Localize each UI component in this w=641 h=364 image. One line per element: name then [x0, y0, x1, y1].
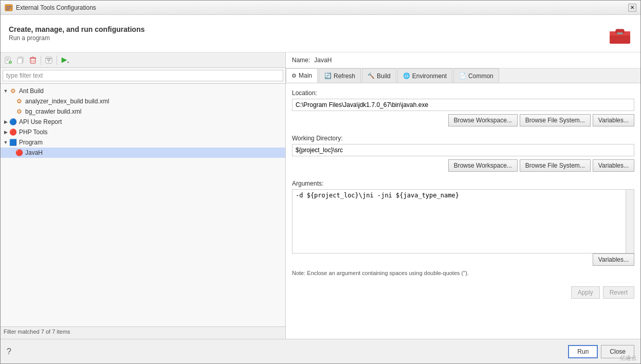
apply-button[interactable]: Apply [571, 286, 600, 299]
working-dir-buttons: Browse Workspace... Browse File System..… [292, 159, 634, 172]
delete-config-button[interactable] [27, 54, 39, 66]
tree-item-javah[interactable]: 🔴 JavaH [1, 148, 285, 158]
ant-build-icon: ⚙ [9, 87, 17, 95]
svg-rect-17 [17, 58, 22, 64]
working-dir-input[interactable] [292, 144, 634, 156]
header-text: Create, manage, and run configurations R… [9, 25, 145, 42]
tree-expand-ant[interactable]: ▼ [3, 88, 9, 94]
tree-item-bg-crawler[interactable]: ⚙ bg_crawler build.xml [1, 106, 285, 117]
tab-common[interactable]: 📄 Common [453, 68, 499, 83]
working-dir-label: Working Directory: [292, 135, 634, 142]
svg-rect-18 [30, 58, 35, 63]
refresh-tab-icon: 🔄 [324, 72, 332, 79]
arguments-scrollbar[interactable] [626, 190, 634, 253]
location-input[interactable] [292, 99, 634, 111]
javah-icon: 🔴 [15, 149, 23, 157]
header-icon [608, 21, 632, 46]
dialog-subtitle: Run a program [9, 34, 145, 42]
tab-env-label: Environment [412, 72, 447, 80]
dialog-header: Create, manage, and run configurations R… [1, 15, 640, 52]
tree-area: ▼ ⚙ Ant Build ⚙ analyzer_index_build bui… [1, 84, 285, 326]
tab-environment[interactable]: 🌐 Environment [397, 68, 452, 83]
tree-expand-javah [9, 150, 15, 156]
analyzer-icon: ⚙ [15, 97, 23, 105]
arguments-textarea[interactable]: -d ${project_loc}\jni -jni ${java_type_n… [292, 190, 634, 251]
browse-workspace-2-button[interactable]: Browse Workspace... [448, 159, 518, 172]
tab-main-label: Main [299, 72, 312, 79]
tree-item-analyzer[interactable]: ⚙ analyzer_index_build build.xml [1, 96, 285, 106]
window-title: External Tools Configurations [16, 4, 628, 11]
browse-filesystem-1-button[interactable]: Browse File System... [520, 114, 591, 126]
revert-button[interactable]: Revert [603, 286, 634, 299]
tab-refresh-label: Refresh [334, 72, 355, 80]
tree-item-program[interactable]: ▼ 🟦 Program [1, 137, 285, 148]
tree-label-javah: JavaH [25, 149, 43, 156]
arguments-section: Arguments: -d ${project_loc}\jni -jni ${… [292, 180, 634, 276]
toolbar [1, 52, 285, 68]
location-label: Location: [292, 89, 634, 97]
browse-filesystem-2-button[interactable]: Browse File System... [520, 159, 591, 172]
main-tab-icon: ⚙ [291, 72, 297, 79]
help-icon[interactable]: ? [7, 347, 11, 356]
variables-2-button[interactable]: Variables... [593, 159, 634, 172]
toolbar-sep-2 [57, 56, 57, 65]
left-panel: ▼ ⚙ Ant Build ⚙ analyzer_index_build bui… [1, 52, 286, 339]
titlebar: External Tools Configurations ✕ [1, 1, 640, 15]
name-row: Name: JavaH [286, 52, 640, 68]
tree-item-ant-build[interactable]: ▼ ⚙ Ant Build [1, 86, 285, 96]
api-icon: 🔵 [9, 118, 17, 126]
filter-status: Filter matched 7 of 7 items [1, 326, 285, 339]
filter-button[interactable] [43, 54, 54, 66]
svg-rect-2 [6, 8, 11, 9]
run-button[interactable]: Run [568, 345, 598, 358]
watermark: 亿速云 [620, 354, 637, 362]
dialog-bottom: ? Run Close [1, 339, 640, 363]
svg-marker-28 [67, 62, 69, 63]
tab-build[interactable]: 🔨 Build [362, 68, 396, 83]
env-tab-icon: 🌐 [403, 72, 410, 79]
svg-rect-8 [618, 32, 622, 34]
tree-label-api: API Use Report [19, 118, 62, 125]
working-dir-section: Working Directory: Browse Workspace... B… [292, 135, 634, 172]
tree-expand-php[interactable]: ▶ [3, 129, 9, 135]
browse-workspace-1-button[interactable]: Browse Workspace... [448, 114, 518, 126]
location-section: Location: Browse Workspace... Browse Fil… [292, 89, 634, 126]
tree-expand-analyzer [9, 98, 15, 104]
filter-input-wrap [1, 68, 285, 84]
tab-main[interactable]: ⚙ Main [286, 68, 318, 83]
apply-revert-row: Apply Revert [292, 284, 634, 303]
arguments-label: Arguments: [292, 180, 634, 187]
toolbar-sep-1 [41, 56, 41, 65]
copy-config-button[interactable] [15, 54, 26, 66]
bg-crawler-icon: ⚙ [15, 107, 23, 116]
window-icon [5, 4, 13, 12]
tree-expand-program[interactable]: ▼ [3, 139, 9, 145]
right-panel: Name: JavaH ⚙ Main 🔄 Refresh 🔨 Build [286, 52, 640, 339]
tree-label-analyzer: analyzer_index_build build.xml [25, 98, 109, 105]
tree-expand-api[interactable]: ▶ [3, 119, 9, 125]
svg-rect-3 [6, 9, 9, 10]
tree-expand-bg [9, 108, 15, 115]
arguments-note: Note: Enclose an argument containing spa… [292, 270, 634, 276]
filter-input[interactable] [3, 70, 283, 81]
svg-rect-20 [32, 57, 34, 58]
tab-refresh[interactable]: 🔄 Refresh [319, 68, 361, 83]
close-button[interactable]: ✕ [628, 4, 636, 12]
variables-1-button[interactable]: Variables... [593, 114, 634, 126]
content-area: ▼ ⚙ Ant Build ⚙ analyzer_index_build bui… [1, 52, 640, 339]
variables-3-button[interactable]: Variables... [593, 253, 634, 266]
program-icon: 🟦 [9, 138, 17, 147]
launch-dropdown-button[interactable] [59, 54, 70, 66]
arguments-textarea-wrap: -d ${project_loc}\jni -jni ${java_type_n… [292, 189, 634, 253]
form-area: Location: Browse Workspace... Browse Fil… [286, 83, 640, 339]
tree-item-php[interactable]: ▶ 🔴 PHP Tools [1, 127, 285, 137]
tree-label-php: PHP Tools [19, 129, 48, 136]
tree-item-api[interactable]: ▶ 🔵 API Use Report [1, 117, 285, 127]
tabs-bar: ⚙ Main 🔄 Refresh 🔨 Build 🌐 Environment 📄 [286, 68, 640, 83]
tab-build-label: Build [377, 72, 391, 80]
new-config-button[interactable] [3, 54, 14, 66]
svg-rect-1 [6, 6, 11, 7]
tree-label-program: Program [19, 139, 43, 146]
location-buttons: Browse Workspace... Browse File System..… [292, 114, 634, 126]
build-tab-icon: 🔨 [368, 72, 375, 79]
